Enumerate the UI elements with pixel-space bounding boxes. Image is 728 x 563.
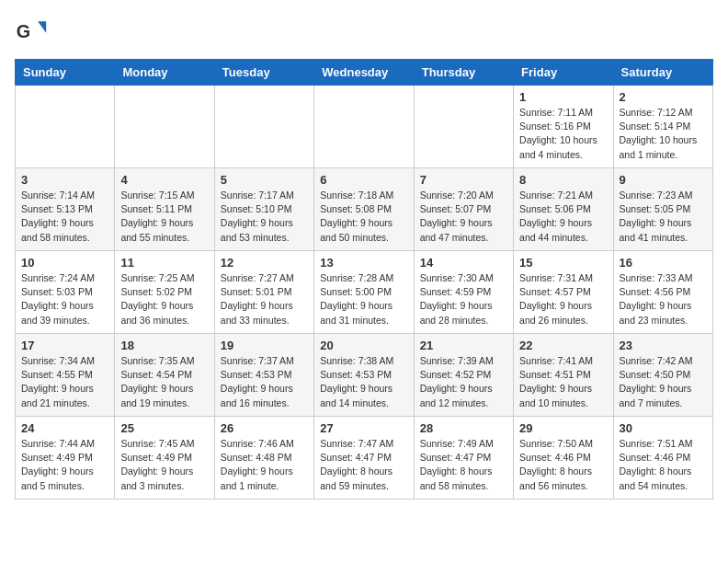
calendar-cell: 16Sunrise: 7:33 AM Sunset: 4:56 PM Dayli…	[613, 251, 712, 334]
day-info: Sunrise: 7:35 AM Sunset: 4:54 PM Dayligh…	[120, 354, 208, 410]
day-info: Sunrise: 7:14 AM Sunset: 5:13 PM Dayligh…	[21, 189, 108, 245]
calendar-cell: 10Sunrise: 7:24 AM Sunset: 5:03 PM Dayli…	[16, 251, 115, 334]
svg-marker-1	[38, 21, 46, 33]
day-info: Sunrise: 7:18 AM Sunset: 5:08 PM Dayligh…	[320, 189, 407, 245]
day-number: 17	[21, 339, 108, 352]
logo-icon: G	[15, 15, 48, 48]
calendar-cell: 12Sunrise: 7:27 AM Sunset: 5:01 PM Dayli…	[214, 251, 313, 334]
day-info: Sunrise: 7:41 AM Sunset: 4:51 PM Dayligh…	[519, 354, 607, 410]
day-info: Sunrise: 7:33 AM Sunset: 4:56 PM Dayligh…	[620, 271, 707, 327]
calendar-cell: 27Sunrise: 7:47 AM Sunset: 4:47 PM Dayli…	[314, 417, 414, 500]
day-number: 5	[221, 173, 308, 187]
day-number: 23	[620, 339, 707, 352]
day-info: Sunrise: 7:15 AM Sunset: 5:11 PM Dayligh…	[120, 189, 208, 245]
week-row-4: 17Sunrise: 7:34 AM Sunset: 4:55 PM Dayli…	[16, 334, 713, 417]
weekday-header-sunday: Sunday	[16, 60, 115, 86]
day-number: 25	[120, 421, 208, 435]
day-number: 6	[320, 173, 407, 187]
day-info: Sunrise: 7:46 AM Sunset: 4:48 PM Dayligh…	[221, 437, 308, 493]
day-info: Sunrise: 7:37 AM Sunset: 4:53 PM Dayligh…	[221, 354, 308, 410]
calendar-cell: 28Sunrise: 7:49 AM Sunset: 4:47 PM Dayli…	[414, 417, 513, 500]
weekday-header-row: SundayMondayTuesdayWednesdayThursdayFrid…	[16, 60, 713, 86]
day-info: Sunrise: 7:34 AM Sunset: 4:55 PM Dayligh…	[21, 354, 108, 410]
day-number: 19	[221, 339, 308, 352]
calendar-cell: 24Sunrise: 7:44 AM Sunset: 4:49 PM Dayli…	[16, 417, 115, 500]
day-info: Sunrise: 7:50 AM Sunset: 4:46 PM Dayligh…	[519, 437, 607, 493]
calendar-cell: 29Sunrise: 7:50 AM Sunset: 4:46 PM Dayli…	[514, 417, 613, 500]
day-number: 7	[420, 173, 507, 187]
day-info: Sunrise: 7:25 AM Sunset: 5:02 PM Dayligh…	[120, 271, 208, 327]
calendar-cell: 19Sunrise: 7:37 AM Sunset: 4:53 PM Dayli…	[214, 334, 313, 417]
day-number: 30	[620, 421, 707, 435]
calendar-cell: 25Sunrise: 7:45 AM Sunset: 4:49 PM Dayli…	[115, 417, 214, 500]
calendar-body: 1Sunrise: 7:11 AM Sunset: 5:16 PM Daylig…	[16, 86, 713, 500]
day-info: Sunrise: 7:17 AM Sunset: 5:10 PM Dayligh…	[221, 189, 308, 245]
calendar-cell	[16, 86, 115, 168]
calendar-cell: 18Sunrise: 7:35 AM Sunset: 4:54 PM Dayli…	[115, 334, 214, 417]
svg-text:G: G	[17, 21, 30, 41]
day-info: Sunrise: 7:39 AM Sunset: 4:52 PM Dayligh…	[420, 354, 507, 410]
calendar-cell: 9Sunrise: 7:23 AM Sunset: 5:05 PM Daylig…	[613, 168, 712, 251]
calendar-cell: 7Sunrise: 7:20 AM Sunset: 5:07 PM Daylig…	[414, 168, 513, 251]
calendar-cell: 13Sunrise: 7:28 AM Sunset: 5:00 PM Dayli…	[314, 251, 414, 334]
calendar-cell	[414, 86, 513, 168]
page-header: G	[15, 15, 713, 48]
day-number: 1	[519, 90, 607, 104]
day-info: Sunrise: 7:12 AM Sunset: 5:14 PM Dayligh…	[620, 106, 707, 162]
day-info: Sunrise: 7:24 AM Sunset: 5:03 PM Dayligh…	[21, 271, 108, 327]
calendar-cell: 1Sunrise: 7:11 AM Sunset: 5:16 PM Daylig…	[514, 86, 613, 168]
calendar-cell: 11Sunrise: 7:25 AM Sunset: 5:02 PM Dayli…	[115, 251, 214, 334]
day-number: 18	[120, 339, 208, 352]
calendar-cell: 23Sunrise: 7:42 AM Sunset: 4:50 PM Dayli…	[613, 334, 712, 417]
day-number: 21	[420, 339, 507, 352]
calendar-cell	[314, 86, 414, 168]
day-info: Sunrise: 7:45 AM Sunset: 4:49 PM Dayligh…	[120, 437, 208, 493]
day-number: 15	[519, 256, 607, 270]
weekday-header-monday: Monday	[115, 60, 214, 86]
day-info: Sunrise: 7:31 AM Sunset: 4:57 PM Dayligh…	[519, 271, 607, 327]
weekday-header-friday: Friday	[514, 60, 613, 86]
calendar-cell: 17Sunrise: 7:34 AM Sunset: 4:55 PM Dayli…	[16, 334, 115, 417]
calendar-table: SundayMondayTuesdayWednesdayThursdayFrid…	[15, 59, 713, 500]
day-number: 29	[519, 421, 607, 435]
day-info: Sunrise: 7:42 AM Sunset: 4:50 PM Dayligh…	[620, 354, 707, 410]
day-info: Sunrise: 7:47 AM Sunset: 4:47 PM Dayligh…	[320, 437, 407, 493]
calendar-cell: 14Sunrise: 7:30 AM Sunset: 4:59 PM Dayli…	[414, 251, 513, 334]
day-number: 8	[519, 173, 607, 187]
calendar-cell: 3Sunrise: 7:14 AM Sunset: 5:13 PM Daylig…	[16, 168, 115, 251]
week-row-1: 1Sunrise: 7:11 AM Sunset: 5:16 PM Daylig…	[16, 86, 713, 168]
calendar-cell: 5Sunrise: 7:17 AM Sunset: 5:10 PM Daylig…	[214, 168, 313, 251]
calendar-cell	[214, 86, 313, 168]
day-number: 22	[519, 339, 607, 352]
day-info: Sunrise: 7:30 AM Sunset: 4:59 PM Dayligh…	[420, 271, 507, 327]
day-number: 3	[21, 173, 108, 187]
day-info: Sunrise: 7:49 AM Sunset: 4:47 PM Dayligh…	[420, 437, 507, 493]
day-info: Sunrise: 7:27 AM Sunset: 5:01 PM Dayligh…	[221, 271, 308, 327]
day-number: 13	[320, 256, 407, 270]
calendar-cell: 2Sunrise: 7:12 AM Sunset: 5:14 PM Daylig…	[613, 86, 712, 168]
weekday-header-thursday: Thursday	[414, 60, 513, 86]
day-info: Sunrise: 7:20 AM Sunset: 5:07 PM Dayligh…	[420, 189, 507, 245]
day-info: Sunrise: 7:51 AM Sunset: 4:46 PM Dayligh…	[620, 437, 707, 493]
day-number: 27	[320, 421, 407, 435]
day-info: Sunrise: 7:38 AM Sunset: 4:53 PM Dayligh…	[320, 354, 407, 410]
calendar-cell: 20Sunrise: 7:38 AM Sunset: 4:53 PM Dayli…	[314, 334, 414, 417]
weekday-header-wednesday: Wednesday	[314, 60, 414, 86]
day-number: 11	[120, 256, 208, 270]
calendar-cell: 15Sunrise: 7:31 AM Sunset: 4:57 PM Dayli…	[514, 251, 613, 334]
day-info: Sunrise: 7:11 AM Sunset: 5:16 PM Dayligh…	[519, 106, 607, 162]
day-number: 24	[21, 421, 108, 435]
day-number: 26	[221, 421, 308, 435]
calendar-cell: 6Sunrise: 7:18 AM Sunset: 5:08 PM Daylig…	[314, 168, 414, 251]
day-number: 16	[620, 256, 707, 270]
calendar-cell: 26Sunrise: 7:46 AM Sunset: 4:48 PM Dayli…	[214, 417, 313, 500]
calendar-cell: 8Sunrise: 7:21 AM Sunset: 5:06 PM Daylig…	[514, 168, 613, 251]
week-row-3: 10Sunrise: 7:24 AM Sunset: 5:03 PM Dayli…	[16, 251, 713, 334]
logo: G	[15, 15, 51, 48]
calendar-cell: 4Sunrise: 7:15 AM Sunset: 5:11 PM Daylig…	[115, 168, 214, 251]
day-number: 4	[120, 173, 208, 187]
calendar-cell: 30Sunrise: 7:51 AM Sunset: 4:46 PM Dayli…	[613, 417, 712, 500]
week-row-2: 3Sunrise: 7:14 AM Sunset: 5:13 PM Daylig…	[16, 168, 713, 251]
day-info: Sunrise: 7:23 AM Sunset: 5:05 PM Dayligh…	[620, 189, 707, 245]
day-info: Sunrise: 7:21 AM Sunset: 5:06 PM Dayligh…	[519, 189, 607, 245]
